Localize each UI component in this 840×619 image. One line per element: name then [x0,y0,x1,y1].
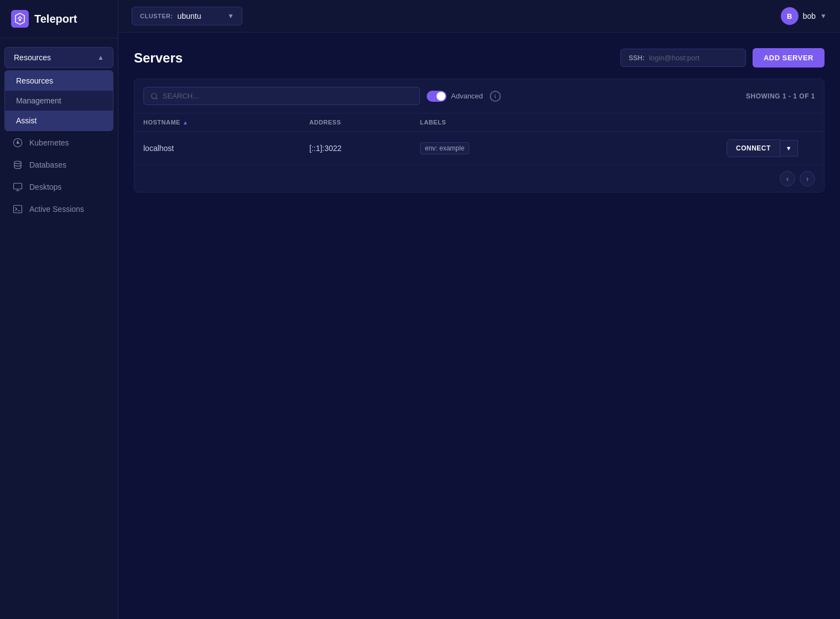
main-content: CLUSTER: ubuntu ▼ B bob ▼ Servers SSH: A… [118,0,840,619]
user-area[interactable]: B bob ▼ [781,7,827,25]
cluster-chevron-icon: ▼ [227,12,234,20]
sidebar-item-active-sessions[interactable]: Active Sessions [0,199,118,220]
resources-dropdown-menu: Resources Management Assist [4,70,113,131]
table-toolbar: Advanced i SHOWING 1 - 1 OF 1 [134,79,824,113]
chevron-up-icon: ▲ [97,54,104,61]
dropdown-item-management[interactable]: Management [5,91,113,111]
page-header: Servers SSH: ADD SERVER [134,48,825,67]
sidebar-item-desktops-label: Desktops [29,183,61,191]
info-icon[interactable]: i [490,91,501,102]
kubernetes-icon [13,138,23,148]
svg-point-1 [19,19,21,21]
ssh-input-group: SSH: [620,49,746,67]
page-header-right: SSH: ADD SERVER [620,48,825,67]
connect-button[interactable]: CONNECT [727,139,780,157]
cell-address: [::1]:3022 [309,144,420,153]
dropdown-item-assist[interactable]: Assist [5,111,113,131]
servers-table-container: Advanced i SHOWING 1 - 1 OF 1 HOSTNAME ▲… [134,79,825,193]
search-wrapper: Advanced i [143,87,746,105]
page-content: Servers SSH: ADD SERVER [118,33,840,619]
sidebar-item-desktops[interactable]: Desktops [0,176,118,197]
search-icon [151,92,158,100]
topbar: CLUSTER: ubuntu ▼ B bob ▼ [118,0,840,33]
cluster-selector[interactable]: CLUSTER: ubuntu ▼ [132,7,242,25]
svg-point-3 [17,142,19,144]
table-row: localhost [::1]:3022 env: example CONNEC… [134,132,824,165]
svg-rect-5 [14,183,22,189]
svg-rect-6 [14,205,22,213]
sidebar: Teleport Resources ▲ Resources Managemen… [0,0,118,619]
pagination: ‹ › [134,165,824,192]
resources-dropdown-btn[interactable]: Resources ▲ [4,47,113,68]
col-header-actions [727,119,815,126]
advanced-toggle-switch[interactable] [427,91,447,102]
sidebar-item-databases-label: Databases [29,160,66,169]
connect-btn-group: CONNECT ▼ [727,139,815,157]
terminal-icon [13,204,23,214]
connect-dropdown-button[interactable]: ▼ [780,140,798,157]
col-header-address: ADDRESS [309,119,420,126]
resources-btn-label: Resources [14,53,51,62]
label-badge: env: example [420,142,469,154]
showing-label: SHOWING 1 - 1 OF 1 [746,92,815,100]
sidebar-nav: Resources ▲ Resources Management Assist … [0,38,118,619]
next-page-button[interactable]: › [800,171,815,186]
sort-arrow-icon: ▲ [183,119,188,126]
table-header: HOSTNAME ▲ ADDRESS LABELS [134,113,824,132]
page-title: Servers [134,50,183,66]
sidebar-item-kubernetes[interactable]: Kubernetes [0,132,118,153]
desktop-icon [13,182,23,192]
logo-area: Teleport [0,0,118,38]
prev-page-button[interactable]: ‹ [780,171,795,186]
teleport-logo-icon [11,10,29,28]
user-chevron-icon: ▼ [820,12,827,20]
dropdown-item-resources[interactable]: Resources [5,71,113,91]
ssh-input[interactable] [649,54,738,62]
advanced-label: Advanced [451,92,483,100]
svg-point-7 [152,93,157,98]
user-avatar: B [781,7,798,25]
cluster-value: ubuntu [178,12,224,20]
sidebar-item-databases[interactable]: Databases [0,154,118,175]
resources-dropdown: Resources ▲ Resources Management Assist [0,47,118,131]
cluster-label: CLUSTER: [140,13,173,19]
sidebar-item-kubernetes-label: Kubernetes [29,138,69,147]
user-name: bob [803,12,816,20]
cell-labels: env: example [420,142,727,154]
cell-hostname: localhost [143,144,309,153]
ssh-label: SSH: [629,54,645,62]
col-header-hostname: HOSTNAME ▲ [143,119,309,126]
database-icon [13,160,23,170]
app-name: Teleport [34,13,77,25]
add-server-button[interactable]: ADD SERVER [753,48,825,67]
advanced-toggle: Advanced [427,91,483,102]
col-header-labels: LABELS [420,119,727,126]
sidebar-item-active-sessions-label: Active Sessions [29,205,84,214]
search-input[interactable] [163,92,413,100]
svg-point-4 [14,161,21,164]
cell-actions: CONNECT ▼ [727,139,815,157]
search-input-wrap [143,87,420,105]
